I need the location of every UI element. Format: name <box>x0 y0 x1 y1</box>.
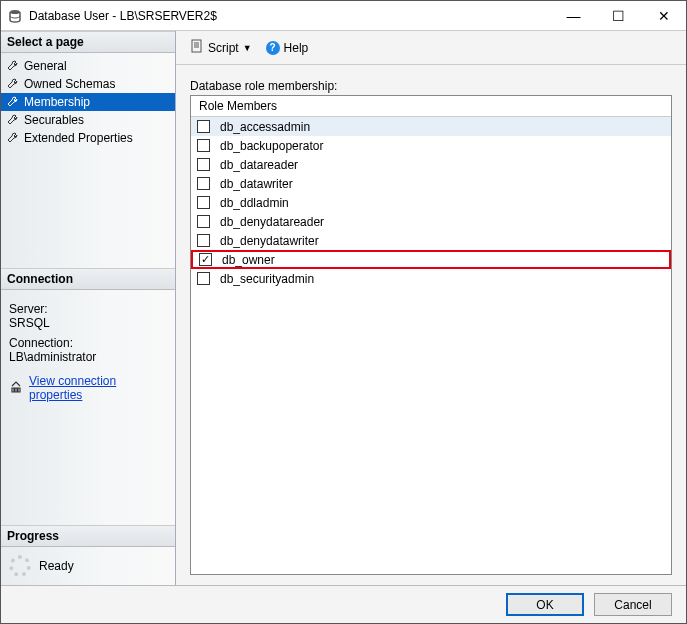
role-rows: db_accessadmindb_backupoperatordb_datare… <box>191 117 671 288</box>
role-row[interactable]: db_backupoperator <box>191 136 671 155</box>
help-button[interactable]: ? Help <box>262 39 313 57</box>
wrench-icon <box>7 132 19 144</box>
sidebar-item-extended-properties[interactable]: Extended Properties <box>1 129 175 147</box>
dialog-button-bar: OK Cancel <box>1 585 686 623</box>
help-icon: ? <box>266 41 280 55</box>
role-row[interactable]: db_securityadmin <box>191 269 671 288</box>
progress-header: Progress <box>1 525 175 547</box>
window-title: Database User - LB\SRSERVER2$ <box>29 9 551 23</box>
connection-block: Server: SRSQL Connection: LB\administrat… <box>1 290 175 408</box>
cancel-button[interactable]: Cancel <box>594 593 672 616</box>
connection-value: LB\administrator <box>9 350 167 364</box>
role-row[interactable]: db_denydatawriter <box>191 231 671 250</box>
view-connection-properties-link[interactable]: View connection properties <box>9 374 167 402</box>
main-panel: Script ▼ ? Help Database role membership… <box>176 31 686 585</box>
role-label: db_denydatareader <box>220 215 324 229</box>
role-checkbox[interactable]: ✓ <box>199 253 212 266</box>
role-checkbox[interactable] <box>197 139 210 152</box>
svg-rect-1 <box>192 40 201 52</box>
role-label: db_ddladmin <box>220 196 289 210</box>
sidebar-item-label: Securables <box>24 113 84 127</box>
progress-status: Ready <box>39 559 74 573</box>
sidebar-item-label: Extended Properties <box>24 131 133 145</box>
minimize-button[interactable]: — <box>551 1 596 30</box>
script-icon <box>190 39 204 56</box>
role-row[interactable]: db_datareader <box>191 155 671 174</box>
select-page-header: Select a page <box>1 31 175 53</box>
svg-point-0 <box>10 10 20 14</box>
role-row[interactable]: db_accessadmin <box>191 117 671 136</box>
sidebar-item-label: General <box>24 59 67 73</box>
connection-label: Connection: <box>9 336 167 350</box>
script-button[interactable]: Script ▼ <box>186 37 256 58</box>
role-checkbox[interactable] <box>197 234 210 247</box>
maximize-button[interactable]: ☐ <box>596 1 641 30</box>
role-checkbox[interactable] <box>197 272 210 285</box>
role-label: db_accessadmin <box>220 120 310 134</box>
role-checkbox[interactable] <box>197 158 210 171</box>
role-label: db_securityadmin <box>220 272 314 286</box>
server-label: Server: <box>9 302 167 316</box>
help-label: Help <box>284 41 309 55</box>
sidebar: Select a page GeneralOwned SchemasMember… <box>1 31 176 585</box>
wrench-icon <box>7 114 19 126</box>
database-icon <box>7 8 23 24</box>
window-controls: — ☐ ✕ <box>551 1 686 30</box>
role-label: db_owner <box>222 253 275 267</box>
sidebar-item-general[interactable]: General <box>1 57 175 75</box>
wrench-icon <box>7 60 19 72</box>
role-column-header[interactable]: Role Members <box>191 96 671 117</box>
wrench-icon <box>7 78 19 90</box>
title-bar: Database User - LB\SRSERVER2$ — ☐ ✕ <box>1 1 686 31</box>
page-nav-list: GeneralOwned SchemasMembershipSecurables… <box>1 53 175 151</box>
role-checkbox[interactable] <box>197 120 210 133</box>
role-label: db_denydatawriter <box>220 234 319 248</box>
chevron-down-icon: ▼ <box>243 43 252 53</box>
close-button[interactable]: ✕ <box>641 1 686 30</box>
sidebar-item-securables[interactable]: Securables <box>1 111 175 129</box>
role-label: db_datareader <box>220 158 298 172</box>
role-label: db_datawriter <box>220 177 293 191</box>
progress-block: Ready <box>1 547 175 585</box>
role-row[interactable]: db_denydatareader <box>191 212 671 231</box>
wrench-icon <box>7 96 19 108</box>
script-label: Script <box>208 41 239 55</box>
sidebar-item-membership[interactable]: Membership <box>1 93 175 111</box>
connection-header: Connection <box>1 268 175 290</box>
progress-spinner-icon <box>9 555 31 577</box>
role-checkbox[interactable] <box>197 177 210 190</box>
connection-icon <box>9 381 23 396</box>
sidebar-item-label: Owned Schemas <box>24 77 115 91</box>
role-row[interactable]: ✓db_owner <box>191 250 671 269</box>
ok-button[interactable]: OK <box>506 593 584 616</box>
server-value: SRSQL <box>9 316 167 330</box>
role-checkbox[interactable] <box>197 196 210 209</box>
role-membership-label: Database role membership: <box>190 79 672 93</box>
role-listbox: Role Members db_accessadmindb_backupoper… <box>190 95 672 575</box>
role-checkbox[interactable] <box>197 215 210 228</box>
toolbar: Script ▼ ? Help <box>176 31 686 65</box>
connection-link-label: View connection properties <box>29 374 167 402</box>
role-label: db_backupoperator <box>220 139 323 153</box>
role-row[interactable]: db_ddladmin <box>191 193 671 212</box>
sidebar-item-label: Membership <box>24 95 90 109</box>
sidebar-item-owned-schemas[interactable]: Owned Schemas <box>1 75 175 93</box>
role-row[interactable]: db_datawriter <box>191 174 671 193</box>
